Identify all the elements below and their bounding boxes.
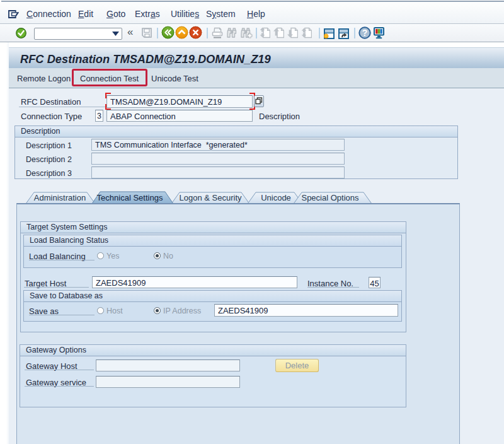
svg-text:Technical Settings: Technical Settings [97, 193, 163, 202]
svg-text:Special Options: Special Options [301, 193, 359, 202]
svg-text:Administration: Administration [34, 193, 86, 202]
svg-text:Logon & Security: Logon & Security [179, 193, 242, 202]
svg-text:Unicode: Unicode [261, 193, 291, 202]
svg-text:?: ? [362, 28, 368, 38]
